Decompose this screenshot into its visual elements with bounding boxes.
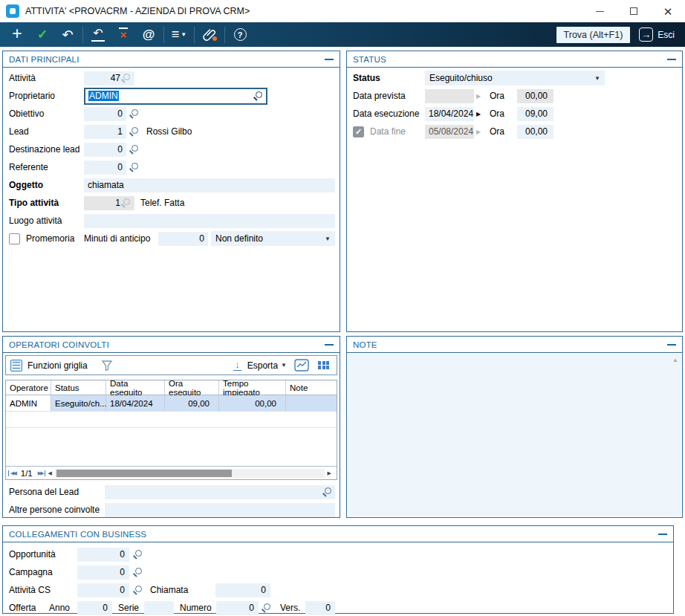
search-icon[interactable] <box>129 126 139 137</box>
confirm-button[interactable]: ✓ <box>30 25 55 45</box>
persona-lead-field[interactable] <box>105 485 335 499</box>
anno-label: Anno <box>49 603 77 613</box>
download-icon[interactable]: ↓ <box>233 360 241 371</box>
attivita-field[interactable]: 47 <box>84 71 134 85</box>
menu-button[interactable]: ≡▼ <box>166 25 192 45</box>
ora-fine-field[interactable]: 00,00 <box>517 125 553 139</box>
vers-field[interactable]: 0 <box>305 601 335 615</box>
new-button[interactable]: + <box>4 25 30 45</box>
opportunita-field[interactable]: 0 <box>77 548 129 562</box>
destinazione-field[interactable]: 0 <box>84 143 126 157</box>
attachments-button[interactable] <box>197 25 222 45</box>
collapse-icon[interactable] <box>325 344 334 346</box>
data-fine-field[interactable]: 05/08/2024 <box>425 125 474 139</box>
funzioni-griglia-button[interactable]: Funzioni griglia <box>27 360 88 371</box>
tipo-attivita-field[interactable]: 1 <box>84 196 134 210</box>
cell-data-eseguito: 18/04/2024 <box>106 395 165 411</box>
minimize-button[interactable] <box>582 0 617 22</box>
campagna-field[interactable]: 0 <box>77 565 129 580</box>
ora-esecuzione-value: 09,00 <box>525 108 548 119</box>
maximize-button[interactable] <box>617 0 651 22</box>
panel-dati-title: DATI PRINCIPALI <box>9 55 79 64</box>
oggetto-field[interactable]: chiamata <box>84 178 335 192</box>
data-esecuzione-value: 18/04/2024 <box>429 108 473 119</box>
search-icon[interactable] <box>129 144 139 155</box>
chiamata-field[interactable]: 0 <box>215 583 270 597</box>
search-icon[interactable] <box>120 198 131 208</box>
scrollbar-thumb[interactable] <box>56 470 232 477</box>
column-header[interactable]: Operatore <box>6 380 51 395</box>
date-expand-icon[interactable]: ▶ <box>476 111 484 117</box>
date-expand-icon[interactable]: ▶ <box>476 93 484 100</box>
chart-icon[interactable] <box>294 359 309 372</box>
esci-button[interactable]: → Esci <box>639 27 675 42</box>
filter-icon[interactable] <box>101 360 113 372</box>
column-header[interactable]: Note <box>286 380 337 395</box>
search-icon[interactable] <box>129 108 139 119</box>
anticipo-dropdown[interactable]: Non definito ▼ <box>211 231 335 246</box>
delete-button[interactable]: × <box>111 25 136 45</box>
data-fine-checkbox[interactable]: ✓ <box>353 126 364 137</box>
date-expand-icon[interactable]: ▶ <box>476 129 484 135</box>
attivita-cs-field[interactable]: 0 <box>77 583 129 597</box>
obiettivo-field[interactable]: 0 <box>84 107 126 121</box>
numero-field[interactable]: 0 <box>216 601 259 615</box>
altre-persone-field[interactable] <box>105 503 335 517</box>
search-icon[interactable] <box>132 567 143 577</box>
promemoria-checkbox[interactable] <box>9 233 20 244</box>
close-button[interactable]: ✕ <box>651 0 685 22</box>
luogo-field[interactable] <box>84 214 335 228</box>
search-icon[interactable] <box>253 91 263 101</box>
trova-button[interactable]: Trova (Alt+F1) <box>556 27 631 43</box>
lead-field[interactable]: 1 <box>84 125 126 139</box>
note-textarea[interactable]: ▲ <box>348 354 681 516</box>
toolbar-separator <box>224 27 225 43</box>
tipo-attivita-value: 1 <box>115 198 120 208</box>
revert-button[interactable]: ↶ <box>85 25 111 45</box>
column-header[interactable]: Data eseguito <box>106 380 165 395</box>
ora-prevista-field[interactable]: 00,00 <box>517 89 553 103</box>
data-esecuzione-field[interactable]: 18/04/2024 <box>425 107 474 121</box>
first-page-icon[interactable]: ◀◀ <box>8 470 17 476</box>
data-prevista-field[interactable] <box>425 89 474 103</box>
collapse-icon[interactable] <box>667 59 676 60</box>
search-icon[interactable] <box>132 585 143 595</box>
collapse-icon[interactable] <box>325 59 334 60</box>
anno-field[interactable]: 0 <box>77 601 112 615</box>
column-header[interactable]: Tempo impiegato <box>219 380 286 395</box>
scroll-right-icon[interactable]: ▶ <box>325 470 334 476</box>
table-row[interactable]: ADMIN Eseguito/ch... 18/04/2024 09,00 00… <box>6 395 337 412</box>
column-header[interactable]: Ora eseguito <box>165 380 219 395</box>
scroll-left-icon[interactable]: ◀ <box>45 470 55 476</box>
proprietario-input[interactable]: ADMIN <box>84 88 267 105</box>
hamburger-icon: ≡ <box>172 27 180 42</box>
search-icon[interactable] <box>132 549 143 560</box>
collapse-icon[interactable] <box>667 344 676 346</box>
chevron-down-icon: ▼ <box>281 362 287 369</box>
status-dropdown[interactable]: Eseguito/chiuso ▼ <box>425 71 605 85</box>
search-icon[interactable] <box>322 487 332 497</box>
horizontal-scrollbar[interactable] <box>55 469 325 478</box>
field-row-referente: Referente 0 <box>3 158 340 176</box>
toolbar-separator <box>194 27 195 43</box>
search-icon[interactable] <box>129 162 139 172</box>
search-icon[interactable] <box>120 73 131 83</box>
ora-esecuzione-field[interactable]: 09,00 <box>517 107 553 121</box>
field-row-attivita-cs: Attività CS 0 Chiamata 0 <box>3 581 673 599</box>
scroll-up-icon[interactable]: ▲ <box>672 357 678 363</box>
undo-button[interactable]: ↶ <box>55 25 80 45</box>
minuti-anticipo-field[interactable]: 0 <box>158 232 208 246</box>
grid-view-icon[interactable] <box>318 361 329 370</box>
esporta-button[interactable]: Esporta ▼ <box>247 360 287 371</box>
search-icon[interactable] <box>261 603 271 613</box>
referente-field[interactable]: 0 <box>84 161 126 175</box>
serie-field[interactable] <box>144 601 174 615</box>
close-icon: ✕ <box>663 6 673 17</box>
column-header[interactable]: Status <box>51 380 106 395</box>
last-page-icon[interactable]: ▶▶ <box>36 470 45 476</box>
email-button[interactable]: @ <box>136 25 161 45</box>
collapse-icon[interactable] <box>658 534 667 535</box>
help-icon: ? <box>234 28 247 41</box>
help-button[interactable]: ? <box>227 25 253 45</box>
field-row-data-esecuzione: Data esecuzione 18/04/2024 ▶ Ora 09,00 <box>347 105 682 123</box>
